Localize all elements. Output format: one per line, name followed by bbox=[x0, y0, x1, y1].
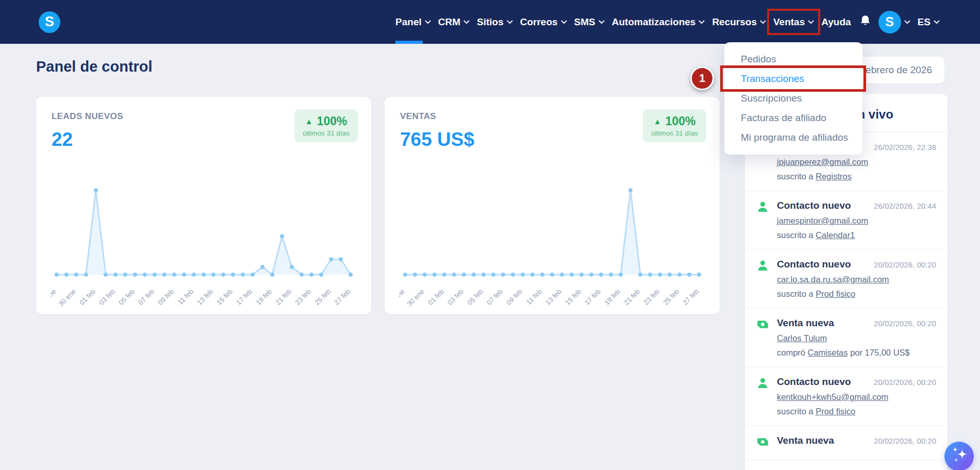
nav-item-label: Ventas bbox=[773, 16, 805, 28]
bell-icon bbox=[859, 14, 871, 29]
feed-entry-text: suscrito a bbox=[777, 172, 816, 181]
menu-item-suscripciones[interactable]: Suscripciones bbox=[724, 89, 862, 108]
trend-up-icon: ▲ bbox=[305, 118, 313, 125]
svg-text:11 feb: 11 feb bbox=[176, 288, 195, 306]
svg-text:03 feb: 03 feb bbox=[97, 288, 117, 307]
feed-entry-subject-link[interactable]: kentkouh+kwh5u@gmail.com bbox=[777, 392, 888, 401]
svg-text:21 feb: 21 feb bbox=[622, 288, 641, 307]
nav-item-sitios[interactable]: Sitios bbox=[477, 0, 513, 44]
app-logo[interactable]: S bbox=[39, 11, 60, 33]
svg-text:13 feb: 13 feb bbox=[195, 288, 214, 307]
svg-text:25 feb: 25 feb bbox=[662, 288, 681, 307]
svg-text:21 feb: 21 feb bbox=[274, 288, 293, 307]
nav-item-sms[interactable]: SMS bbox=[574, 0, 605, 44]
leads-nuevos-chart: 28 ene30 ene01 feb03 feb05 feb07 feb09 f… bbox=[51, 157, 357, 311]
chevron-down-icon bbox=[760, 20, 766, 24]
new-contact-icon bbox=[756, 259, 770, 299]
sale-icon bbox=[756, 317, 770, 358]
feed-entry-text: suscrito a bbox=[777, 289, 816, 298]
chevron-down-icon bbox=[425, 20, 431, 24]
svg-text:17 feb: 17 feb bbox=[583, 288, 602, 307]
feed-entry-contact: Contacto nuevo20/02/2026, 00:20car.lo.sa… bbox=[745, 250, 948, 309]
svg-text:03 feb: 03 feb bbox=[446, 288, 465, 307]
chevron-down-icon bbox=[904, 20, 910, 24]
svg-text:23 feb: 23 feb bbox=[293, 288, 312, 307]
live-feed-list: Contacto nuevo26/02/2026, 22:38jpjuanper… bbox=[745, 132, 948, 460]
feed-entry-object-link[interactable]: Prod fisico bbox=[816, 407, 855, 416]
chevron-down-icon bbox=[934, 20, 940, 24]
chevron-down-icon bbox=[463, 20, 470, 24]
nav-item-recursos[interactable]: Recursos bbox=[712, 0, 766, 44]
stat-card-leads-nuevos: LEADS NUEVOS22▲100%últimos 31 días28 ene… bbox=[36, 97, 371, 314]
top-navigation-bar: S PanelCRMSitiosCorreosSMSAutomatizacion… bbox=[0, 0, 980, 44]
feed-entry-subject-link[interactable]: jamespintor@gmail.com bbox=[777, 216, 868, 225]
svg-text:28 ene: 28 ene bbox=[51, 288, 58, 308]
feed-entry-timestamp: 20/02/2026, 00:20 bbox=[874, 319, 936, 328]
feed-entry-subject-link[interactable]: Carlos Tulum bbox=[777, 333, 827, 343]
feed-entry-sale: Venta nueva20/02/2026, 00:20Carlos Tulum… bbox=[745, 309, 948, 367]
chevron-down-icon bbox=[507, 20, 513, 24]
nav-item-label: Sitios bbox=[477, 16, 504, 28]
svg-text:30 ene: 30 ene bbox=[406, 288, 426, 308]
nav-item-label: Ayuda bbox=[821, 16, 851, 28]
trend-caption: últimos 31 días bbox=[651, 129, 698, 137]
nav-item-label: CRM bbox=[438, 16, 460, 28]
svg-text:17 feb: 17 feb bbox=[235, 288, 254, 307]
nav-item-correos[interactable]: Correos bbox=[520, 0, 567, 44]
feed-entry-object-link[interactable]: Registros bbox=[816, 172, 852, 181]
feed-entry-title: Venta nueva bbox=[777, 435, 834, 446]
new-contact-icon bbox=[756, 200, 770, 240]
nav-item-label: Panel bbox=[395, 16, 422, 28]
chevron-down-icon bbox=[561, 20, 567, 24]
feed-entry-timestamp: 20/02/2026, 00:20 bbox=[874, 378, 936, 387]
new-contact-icon bbox=[756, 376, 770, 416]
feed-entry-contact: Contacto nuevo26/02/2026, 20:44jamespint… bbox=[745, 191, 948, 250]
menu-item-pedidos[interactable]: Pedidos bbox=[724, 49, 862, 69]
svg-text:19 feb: 19 feb bbox=[603, 288, 622, 307]
feed-entry-title: Contacto nuevo bbox=[777, 200, 851, 211]
trend-percent: 100% bbox=[317, 114, 347, 128]
nav-item-crm[interactable]: CRM bbox=[438, 0, 470, 44]
trend-up-icon: ▲ bbox=[654, 118, 661, 125]
sale-icon bbox=[756, 435, 770, 450]
feed-entry-object-link[interactable]: Camisetas bbox=[808, 348, 848, 357]
svg-text:27 feb: 27 feb bbox=[333, 288, 352, 307]
feed-entry-timestamp: 26/02/2026, 20:44 bbox=[874, 202, 936, 210]
feed-entry-timestamp: 26/02/2026, 22:38 bbox=[874, 143, 936, 152]
feed-entry-object-link[interactable]: Calendar1 bbox=[816, 230, 855, 240]
chevron-down-icon bbox=[808, 20, 814, 24]
feed-entry-timestamp: 20/02/2026, 00:20 bbox=[874, 260, 936, 269]
feed-entry-subject-link[interactable]: car.lo.sa.da.ru.sa@gmail.com bbox=[777, 275, 889, 284]
svg-text:23 feb: 23 feb bbox=[642, 288, 661, 307]
nav-item-label: Automatizaciones bbox=[612, 16, 696, 28]
svg-text:15 feb: 15 feb bbox=[215, 288, 234, 307]
language-selector[interactable]: ES bbox=[918, 16, 940, 28]
menu-item-transacciones[interactable]: Transacciones bbox=[724, 69, 862, 89]
nav-item-label: Recursos bbox=[712, 16, 757, 28]
ventas-dropdown-menu: PedidosTransaccionesSuscripcionesFactura… bbox=[724, 42, 862, 155]
nav-item-automatizaciones[interactable]: Automatizaciones bbox=[612, 0, 705, 44]
menu-item-facturas-de-afiliado[interactable]: Facturas de afiliado bbox=[724, 108, 862, 128]
feed-entry-text: suscrito a bbox=[777, 407, 816, 416]
trend-badge: ▲100%últimos 31 días bbox=[294, 109, 358, 142]
ventas-chart: 28 ene30 ene01 feb03 feb05 feb07 feb09 f… bbox=[399, 157, 705, 311]
nav-item-ayuda[interactable]: Ayuda bbox=[821, 0, 851, 44]
feed-entry-subject-link[interactable]: jpjuanperez@gmail.com bbox=[777, 157, 868, 166]
feed-entry-title: Venta nueva bbox=[777, 317, 834, 329]
nav-item-panel[interactable]: Panel bbox=[395, 0, 431, 44]
user-menu[interactable]: S bbox=[878, 11, 910, 33]
svg-text:11 feb: 11 feb bbox=[525, 288, 543, 306]
language-label: ES bbox=[918, 16, 931, 28]
notifications-button[interactable] bbox=[859, 14, 871, 29]
trend-percent: 100% bbox=[666, 114, 696, 128]
menu-item-mi-programa-de-afiliados[interactable]: Mi programa de afiliados bbox=[724, 128, 862, 147]
nav-item-ventas[interactable]: Ventas bbox=[773, 0, 814, 44]
svg-text:01 feb: 01 feb bbox=[426, 288, 445, 307]
feed-entry-object-link[interactable]: Prod fisico bbox=[816, 289, 855, 298]
feed-entry-title: Contacto nuevo bbox=[777, 259, 851, 270]
feed-entry-sale: Venta nueva20/02/2026, 00:20 bbox=[745, 426, 948, 460]
ai-assistant-fab[interactable] bbox=[944, 442, 974, 470]
chevron-down-icon bbox=[699, 20, 705, 24]
stat-cards-row: LEADS NUEVOS22▲100%últimos 31 días28 ene… bbox=[36, 97, 720, 314]
feed-entry-timestamp: 20/02/2026, 00:20 bbox=[874, 437, 936, 445]
